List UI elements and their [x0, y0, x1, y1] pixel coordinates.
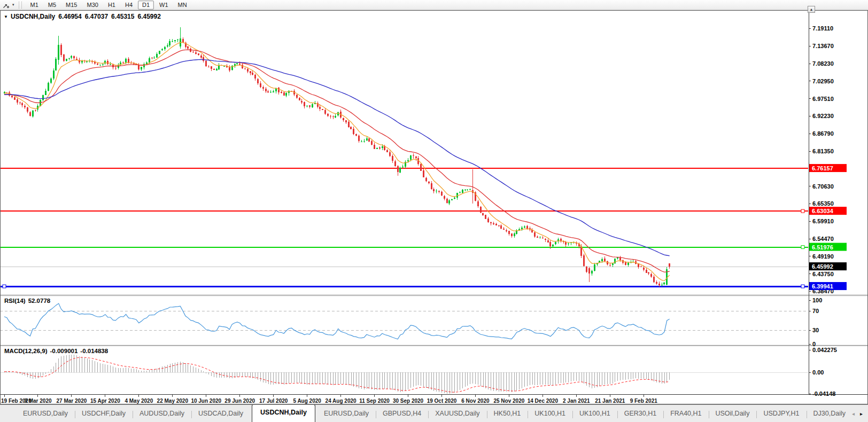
svg-text:6.65350: 6.65350: [812, 200, 834, 207]
tab-hk50-h1[interactable]: HK50,H1: [487, 406, 528, 422]
macd-signal-line: [4, 357, 670, 392]
svg-text:4 May 2020: 4 May 2020: [125, 398, 153, 404]
tool-dropdown-caret-icon[interactable]: ▾: [11, 3, 15, 7]
tab-fra40-h1[interactable]: FRA40,H1: [663, 406, 708, 422]
svg-text:9 Feb 2021: 9 Feb 2021: [630, 398, 658, 404]
svg-text:7.19110: 7.19110: [812, 25, 833, 32]
tab-audusd-daily[interactable]: AUDUSD,Daily: [133, 406, 191, 422]
level-handle-right[interactable]: [801, 209, 804, 213]
svg-text:6 Nov 2020: 6 Nov 2020: [461, 398, 490, 404]
svg-text:22 May 2020: 22 May 2020: [157, 398, 189, 404]
price-axis[interactable]: 7.191107.136707.082307.029506.975106.922…: [809, 25, 847, 294]
svg-text:7.02950: 7.02950: [812, 78, 834, 84]
svg-text:19 Oct 2020: 19 Oct 2020: [427, 398, 457, 404]
svg-text:6.51976: 6.51976: [812, 244, 833, 251]
tab-eurusd-daily[interactable]: EURUSD,Daily: [317, 406, 376, 422]
svg-text:6.76157: 6.76157: [812, 165, 833, 171]
chart-collapse-icon[interactable]: ▼: [4, 14, 8, 19]
timeframe-h4-button[interactable]: H4: [121, 1, 137, 10]
svg-text:11 Sep 2020: 11 Sep 2020: [359, 398, 390, 404]
macd-signal-value: -0.014838: [80, 348, 108, 354]
timeframe-mn-button[interactable]: MN: [174, 1, 191, 10]
timeframe-w1-button[interactable]: W1: [155, 1, 173, 10]
svg-text:0.042275: 0.042275: [812, 347, 837, 353]
ma-21-line: [4, 50, 670, 272]
svg-text:10 Jun 2020: 10 Jun 2020: [191, 398, 221, 404]
timeframe-m1-button[interactable]: M1: [26, 1, 43, 10]
tab-usdcad-daily[interactable]: USDCAD,Daily: [191, 406, 250, 422]
svg-text:2 Jan 2021: 2 Jan 2021: [563, 398, 590, 404]
macd-panel-plot[interactable]: [0, 355, 809, 394]
timeframe-m30-button[interactable]: M30: [82, 1, 102, 10]
svg-text:0.00: 0.00: [812, 369, 824, 376]
level-handle-left[interactable]: [3, 285, 6, 288]
tab-uk100-h1[interactable]: UK100,H1: [572, 406, 617, 422]
chart-window[interactable]: ▼USDCNH,Daily6.469546.470376.453156.4599…: [0, 0, 868, 404]
tabs-scroll-right-icon[interactable]: ▸: [860, 411, 863, 417]
svg-text:6.86790: 6.86790: [812, 130, 834, 137]
svg-text:6.92230: 6.92230: [812, 113, 834, 119]
svg-text:15 Apr 2020: 15 Apr 2020: [90, 398, 120, 404]
svg-text:27 Mar 2020: 27 Mar 2020: [57, 398, 87, 404]
toolbar-grip: [19, 2, 22, 9]
indicator-cursor-icon[interactable]: [2, 1, 10, 9]
scroll-up-button[interactable]: ▲: [808, 6, 815, 13]
ma-55-line: [4, 60, 670, 256]
ohlc-high: 6.47037: [85, 13, 108, 20]
tab-eurusd-daily[interactable]: EURUSD,Daily: [16, 406, 75, 422]
top-toolbar: ▾ M1M5M15M30H1H4D1W1MN: [0, 0, 868, 10]
tab-uk100-h1[interactable]: UK100,H1: [528, 406, 572, 422]
timeframe-d1-button[interactable]: D1: [138, 1, 154, 10]
rsi-axis: 10070300: [809, 297, 822, 347]
chart-tab-bar: EURUSD,DailyUSDCHF,DailyAUDUSD,DailyUSDC…: [0, 404, 868, 422]
chart-symbol-label: USDCNH,Daily: [11, 13, 55, 20]
tab-usoil-daily[interactable]: USOil,Daily: [709, 406, 757, 422]
candles[interactable]: [4, 27, 671, 287]
timeframe-buttons: M1M5M15M30H1H4D1W1MN: [26, 1, 192, 10]
timeframe-m5-button[interactable]: M5: [44, 1, 60, 10]
rsi-value: 52.0778: [28, 298, 51, 304]
svg-text:29 Jun 2020: 29 Jun 2020: [224, 398, 255, 404]
macd-histogram: [4, 355, 670, 394]
svg-text:30: 30: [812, 327, 819, 333]
rsi-line: [4, 303, 670, 339]
svg-text:14 Dec 2020: 14 Dec 2020: [528, 398, 559, 404]
macd-indicator-label: MACD(12,26,9)-0.009001-0.014838: [4, 348, 108, 354]
svg-text:6.70630: 6.70630: [812, 183, 834, 190]
main-chart-plot[interactable]: [0, 168, 809, 288]
svg-text:6.54470: 6.54470: [812, 236, 834, 242]
svg-text:-0.04148: -0.04148: [812, 390, 835, 397]
chart-tabs: EURUSD,DailyUSDCHF,DailyAUDUSD,DailyUSDC…: [0, 405, 849, 422]
tab-scroll-controls: ◂ ▸: [849, 411, 868, 422]
tab-usdchf-daily[interactable]: USDCHF,Daily: [75, 406, 133, 422]
tab-ger30-h1[interactable]: GER30,H1: [617, 406, 663, 422]
chart-title: ▼USDCNH,Daily6.469546.470376.453156.4599…: [4, 13, 161, 20]
svg-text:30 Sep 2020: 30 Sep 2020: [393, 398, 424, 404]
timeframe-m15-button[interactable]: M15: [61, 1, 81, 10]
date-axis[interactable]: 19 Feb 20209 Mar 202027 Mar 202015 Apr 2…: [1, 395, 657, 404]
tab-xauusd-daily[interactable]: XAUUSD,Daily: [428, 406, 486, 422]
tab-usdcnh-daily[interactable]: USDCNH,Daily: [252, 405, 315, 422]
rsi-indicator-label: RSI(14)52.0778: [4, 298, 50, 304]
svg-text:70: 70: [812, 308, 819, 314]
svg-text:7.13670: 7.13670: [812, 43, 834, 49]
timeframe-h1-button[interactable]: H1: [104, 1, 120, 10]
svg-text:7.08230: 7.08230: [812, 60, 834, 67]
svg-text:17 Jul 2020: 17 Jul 2020: [259, 398, 288, 404]
tab-dj30-daily[interactable]: DJ30,Daily: [807, 406, 849, 422]
svg-text:6.59910: 6.59910: [812, 218, 834, 224]
svg-text:25 Nov 2020: 25 Nov 2020: [493, 398, 524, 404]
svg-text:5 Aug 2020: 5 Aug 2020: [293, 398, 321, 404]
ohlc-open: 6.46954: [58, 13, 81, 20]
chart-window-border: [1, 11, 868, 404]
svg-text:24 Aug 2020: 24 Aug 2020: [326, 398, 356, 404]
level-handle-right[interactable]: [801, 246, 804, 249]
tab-gbpusd-h4[interactable]: GBPUSD,H4: [376, 406, 428, 422]
svg-text:6.43750: 6.43750: [812, 271, 834, 277]
level-handle-right[interactable]: [801, 285, 804, 288]
tab-usdjpy-h1[interactable]: USDJPY,H1: [756, 406, 806, 422]
svg-text:6.81350: 6.81350: [812, 148, 834, 154]
rsi-panel-plot[interactable]: [0, 303, 809, 339]
tabs-scroll-left-icon[interactable]: ◂: [852, 411, 855, 417]
svg-text:6.49190: 6.49190: [812, 253, 834, 260]
